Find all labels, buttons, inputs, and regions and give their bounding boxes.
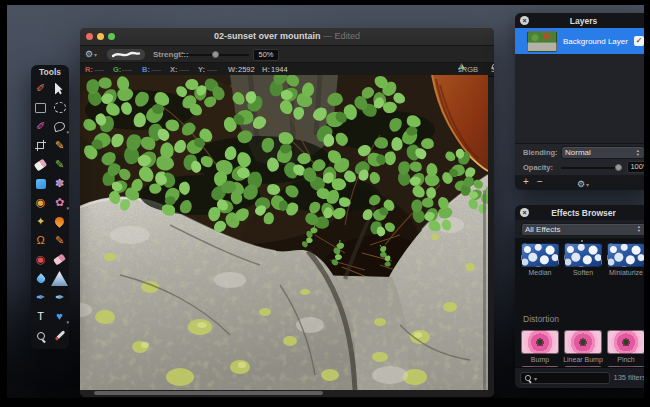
move-tool[interactable]: ▾: [50, 79, 69, 98]
brush-tool[interactable]: ✐ ▾: [31, 117, 50, 136]
burn-tool[interactable]: ▾: [50, 212, 69, 231]
airbrush-tool[interactable]: ✿ ▾: [50, 193, 69, 212]
chevron-down-icon: ▾: [534, 375, 537, 382]
window-title: 02-sunset over mountain — Edited: [80, 31, 494, 41]
effects-footer: ▾ 135 filters: [515, 367, 644, 388]
scroll-indicator-dot: [581, 240, 583, 242]
editor-window: 02-sunset over mountain — Edited ⚙▾ Stre…: [80, 28, 494, 397]
canvas-vertical-scrollbar[interactable]: [483, 190, 486, 390]
effects-category-value: All Effects: [525, 225, 560, 234]
layer-row-background[interactable]: Background Layer ✓: [515, 28, 644, 54]
layer-settings-button[interactable]: ⚙▾: [577, 176, 589, 190]
chevron-down-icon: ▾: [66, 206, 69, 211]
effects-row-distortion-1: Bump Linear Bump Pinch: [521, 330, 644, 363]
canvas-area[interactable]: [80, 75, 488, 390]
rect-marquee-tool[interactable]: ▾: [31, 98, 50, 117]
effect-linear-bump[interactable]: Linear Bump: [564, 330, 602, 363]
strength-slider-knob[interactable]: [212, 51, 219, 58]
layer-visibility-checkbox[interactable]: ✓: [634, 36, 644, 46]
pencil-tool-yellow[interactable]: ✎ ▾: [50, 136, 69, 155]
red-eye-tool[interactable]: ◉ ▾: [31, 250, 50, 269]
strength-value-field[interactable]: 50%: [253, 49, 279, 61]
window-bottom-bar: [80, 390, 494, 397]
opacity-value-field[interactable]: 100%: [627, 161, 644, 173]
effects-section-distortion: Distortion: [523, 314, 559, 324]
close-icon[interactable]: ×: [520, 16, 529, 25]
zoom-value: 50%: [491, 63, 494, 76]
layers-controls: Blending: Normal ▴▾ Opacity: 100%: [515, 143, 644, 175]
shape-tool[interactable]: ♥ ▾: [50, 307, 69, 326]
opacity-slider[interactable]: [561, 167, 621, 169]
lasso-tool[interactable]: ▾: [50, 117, 69, 136]
layers-list-empty-area: [515, 54, 644, 143]
blending-dropdown[interactable]: Normal ▴▾: [561, 146, 644, 159]
sharpen-tool[interactable]: ▾: [50, 250, 69, 269]
ellipse-marquee-tool[interactable]: ▾: [50, 98, 69, 117]
sponge-tool[interactable]: ◉ ▾: [31, 193, 50, 212]
remove-layer-button[interactable]: −: [537, 176, 543, 187]
freeform-pen-tool[interactable]: ✒ ▾: [50, 288, 69, 307]
type-tool[interactable]: T ▾: [31, 307, 50, 326]
effect-soften[interactable]: Soften: [564, 243, 602, 276]
layer-name: Background Layer: [563, 37, 628, 46]
gear-icon: ⚙: [577, 176, 585, 190]
effects-row-blur: Median Soften Miniaturize: [521, 243, 644, 276]
search-icon: [525, 375, 531, 381]
blending-value: Normal: [565, 148, 591, 157]
effect-median[interactable]: Median: [521, 243, 559, 276]
window-titlebar[interactable]: 02-sunset over mountain — Edited: [80, 28, 494, 46]
pencil-tool-red[interactable]: ✐ ▾: [31, 79, 50, 98]
desktop-wallpaper: 02-sunset over mountain — Edited ⚙▾ Stre…: [7, 5, 644, 398]
edited-badge: — Edited: [321, 31, 361, 41]
tools-palette: Tools ✐ ▾ ▾ ▾ ▾ ✐ ▾ ▾ ▾ ✎ ▾ ▾ ✎ ▾ ▾ ✽ ▾ …: [31, 65, 69, 349]
crop-tool[interactable]: ▾: [31, 136, 50, 155]
stepper-icon: ▴▾: [637, 149, 641, 157]
strength-slider[interactable]: [181, 54, 249, 56]
fill-tool[interactable]: ▾: [31, 174, 50, 193]
eraser-tool[interactable]: ▾: [31, 155, 50, 174]
effect-miniaturize[interactable]: Miniaturize: [607, 243, 644, 276]
effects-category-row: All Effects ▴▾: [515, 220, 644, 238]
layer-thumbnail: [527, 31, 557, 52]
brush-preview[interactable]: [107, 49, 145, 60]
tool-options-bar: ⚙▾ Strength: 50%: [80, 46, 494, 63]
layers-footer: + − ⚙▾: [515, 175, 644, 190]
close-icon[interactable]: ×: [520, 208, 529, 217]
add-layer-button[interactable]: +: [523, 176, 529, 187]
effects-panel-title: Effects Browser: [551, 208, 616, 218]
effects-panel-header[interactable]: × Effects Browser: [515, 205, 644, 220]
effects-browser-panel: × Effects Browser All Effects ▴▾ Median …: [515, 205, 644, 388]
chevron-down-icon: ▾: [66, 320, 69, 325]
chevron-down-icon: ▾: [94, 51, 97, 58]
opacity-label: Opacity:: [523, 163, 553, 172]
tool-settings-button[interactable]: ⚙▾: [85, 46, 97, 62]
brush-stroke-icon: [111, 50, 141, 59]
pencil-tool-green[interactable]: ✎ ▾: [50, 155, 69, 174]
canvas-horizontal-scrollbar[interactable]: [94, 391, 323, 395]
gradient-tool[interactable]: ▾: [50, 269, 69, 288]
eyedropper-tool[interactable]: ▾: [50, 326, 69, 345]
chevron-down-icon: ▾: [66, 130, 69, 135]
layers-panel-title: Layers: [570, 16, 597, 26]
pen-tool[interactable]: ✒ ▾: [31, 288, 50, 307]
canvas-photo[interactable]: [80, 75, 488, 390]
smudge-tool[interactable]: ✽ ▾: [50, 174, 69, 193]
stepper-icon: ▴▾: [638, 225, 642, 233]
tools-palette-title: Tools: [31, 65, 69, 79]
effects-category-dropdown[interactable]: All Effects ▴▾: [521, 223, 644, 236]
gear-icon: ⚙: [85, 46, 93, 62]
blur-tool[interactable]: ▾: [31, 269, 50, 288]
opacity-slider-knob[interactable]: [615, 164, 622, 171]
effect-bump[interactable]: Bump: [521, 330, 559, 363]
layers-panel: × Layers Background Layer ✓ Blending: No…: [515, 13, 644, 190]
chevron-down-icon: ▾: [586, 181, 589, 188]
zoom-tool[interactable]: ▾: [31, 326, 50, 345]
dodge-tool[interactable]: ✦ ▾: [31, 212, 50, 231]
tools-grid: ✐ ▾ ▾ ▾ ▾ ✐ ▾ ▾ ▾ ✎ ▾ ▾ ✎ ▾ ▾ ✽ ▾ ◉ ▾ ✿ …: [31, 79, 69, 345]
clone-stamp-tool[interactable]: Ω ▾: [31, 231, 50, 250]
pencil-tool-orange[interactable]: ✎ ▾: [50, 231, 69, 250]
screenshot-frame: 02-sunset over mountain — Edited ⚙▾ Stre…: [0, 0, 650, 407]
layers-panel-header[interactable]: × Layers: [515, 13, 644, 28]
effects-search-field[interactable]: ▾: [520, 372, 610, 384]
effect-pinch[interactable]: Pinch: [607, 330, 644, 363]
